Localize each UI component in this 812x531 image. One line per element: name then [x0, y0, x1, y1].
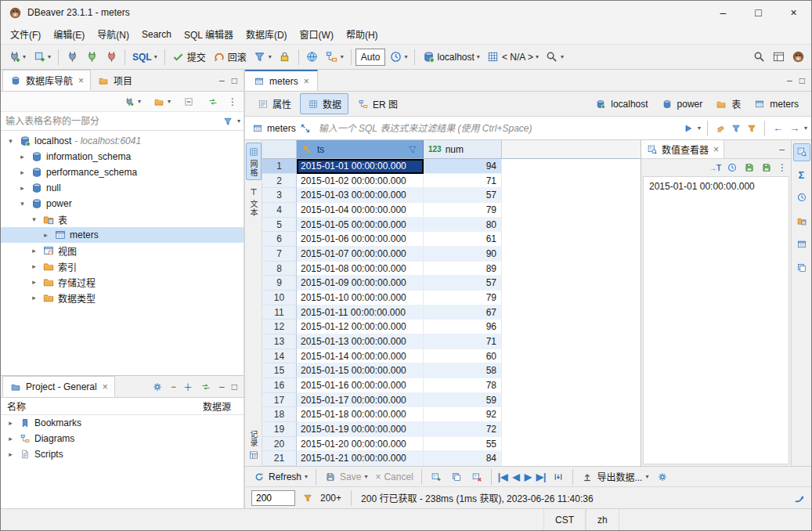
row-number-cell[interactable]: 6 [262, 232, 297, 247]
menu-item-0[interactable]: 文件(F) [4, 24, 47, 44]
tree-item-performance_schema[interactable]: ▸performance_schema [1, 164, 244, 180]
chevron-right-icon[interactable]: ▸ [5, 435, 16, 442]
rollback-button[interactable]: 回滚 [210, 48, 250, 66]
column-filter-icon[interactable] [406, 143, 419, 156]
cell-ts[interactable]: 2015-01-09 00:00:00.000 [297, 276, 424, 291]
nav-link-editor-button[interactable] [204, 93, 222, 110]
column-header-num[interactable]: 123 num [424, 140, 502, 158]
breadcrumb-meters[interactable]: meters [753, 98, 799, 110]
new-connection-button[interactable]: ▾ [5, 49, 29, 66]
subtab-数据[interactable]: 数据 [300, 93, 348, 114]
column-datasource[interactable]: 数据源 [203, 399, 237, 413]
fetch-page-button[interactable] [549, 469, 568, 485]
close-icon[interactable]: × [304, 76, 309, 87]
row-number-cell[interactable]: 19 [262, 422, 297, 437]
duplicate-row-button[interactable] [447, 469, 466, 485]
tree-item-localhost[interactable]: ▾localhost - localhost:6041 [1, 133, 244, 149]
cell-ts[interactable]: 2015-01-12 00:00:00.000 [297, 320, 424, 334]
column-header-ts[interactable]: ts [297, 140, 424, 158]
chevron-right-icon[interactable]: ▸ [5, 450, 16, 458]
global-search-button[interactable] [749, 49, 768, 66]
project-item-Bookmarks[interactable]: ▸Bookmarks [1, 415, 244, 431]
row-number-cell[interactable]: 1 [262, 159, 297, 174]
cell-ts[interactable]: 2015-01-16 00:00:00.000 [297, 378, 424, 393]
funnel-icon[interactable] [222, 115, 234, 128]
refresh-button[interactable]: Refresh▾ [250, 469, 311, 485]
network-button[interactable] [303, 49, 322, 66]
quick-search-button[interactable]: ▾ [543, 49, 567, 66]
save-value-icon[interactable] [743, 161, 756, 174]
maximize-panel-icon[interactable]: □ [232, 75, 237, 86]
menu-item-2[interactable]: 导航(N) [91, 24, 135, 44]
notification-icon[interactable] [792, 492, 805, 504]
chevron-right-icon[interactable]: ▸ [29, 294, 39, 302]
cell-ts[interactable]: 2015-01-13 00:00:00.000 [297, 334, 424, 349]
tab-value-viewer[interactable]: 数值查看器 × [641, 140, 724, 158]
link-icon[interactable] [200, 381, 212, 393]
tab-projects[interactable]: 项目 [91, 70, 139, 91]
cell-num[interactable]: 67 [424, 305, 502, 320]
panel-toggle-value-viewer[interactable] [793, 143, 810, 161]
breadcrumb-表[interactable]: 表 [715, 97, 741, 110]
cell-ts[interactable]: 2015-01-19 00:00:00.000 [297, 422, 424, 437]
nav-collapse-all-button[interactable] [179, 93, 198, 110]
cell-num[interactable]: 78 [424, 378, 502, 393]
last-row-button[interactable]: ▶| [535, 471, 548, 482]
record-mode-toggle[interactable]: 记录 [247, 428, 261, 464]
expand-all-icon[interactable]: ＋ [183, 380, 193, 393]
cell-num[interactable]: 80 [424, 218, 502, 233]
funnel-icon[interactable] [730, 122, 742, 135]
menu-item-1[interactable]: 编辑(E) [47, 24, 91, 44]
value-viewer-content[interactable]: 2015-01-01 00:00:00.000 [643, 176, 789, 464]
chevron-right-icon[interactable]: ▸ [41, 231, 51, 239]
history-button[interactable]: ▾ [386, 49, 410, 66]
row-number-header[interactable] [262, 140, 297, 158]
cell-ts[interactable]: 2015-01-08 00:00:00.000 [297, 262, 424, 276]
cell-ts[interactable]: 2015-01-11 00:00:00.000 [297, 305, 424, 320]
cell-num[interactable]: 59 [424, 393, 502, 408]
funnel-outline-icon[interactable] [745, 122, 758, 135]
database-selector[interactable]: < N/A >▾ [484, 49, 542, 66]
cell-ts[interactable]: 2015-01-14 00:00:00.000 [297, 349, 424, 364]
presentation-tab-text[interactable]: 文本 [247, 183, 261, 219]
timezone-indicator[interactable]: CST [543, 509, 586, 530]
expand-icon[interactable] [299, 122, 312, 135]
cell-ts[interactable]: 2015-01-15 00:00:00.000 [297, 363, 424, 378]
close-icon[interactable]: × [78, 75, 84, 86]
tree-item-power[interactable]: ▾power [1, 196, 244, 211]
row-number-cell[interactable]: 11 [262, 305, 297, 320]
close-button[interactable]: × [776, 1, 811, 24]
fetch-filter-icon[interactable] [301, 492, 314, 504]
previous-row-button[interactable]: ◀ [511, 471, 521, 482]
chevron-right-icon[interactable]: ▸ [17, 184, 27, 192]
add-row-button[interactable] [427, 469, 446, 485]
menu-item-5[interactable]: 数据库(D) [240, 24, 294, 44]
datetime-icon[interactable] [726, 161, 738, 174]
subtab-ER 图[interactable]: ER 图 [350, 93, 405, 114]
tab-project-general[interactable]: Project - General × [2, 376, 115, 397]
cell-ts[interactable]: 2015-01-05 00:00:00.000 [297, 218, 424, 233]
editor-tab-meters[interactable]: meters × [245, 70, 318, 91]
minimize-panel-icon[interactable]: – [779, 144, 785, 155]
cell-num[interactable]: 71 [424, 174, 502, 189]
tree-item-meters[interactable]: ▸meters [1, 227, 244, 243]
locale-indicator[interactable]: zh [586, 509, 619, 530]
cell-ts[interactable]: 2015-01-02 00:00:00.000 [297, 174, 424, 189]
cell-ts[interactable]: 2015-01-18 00:00:00.000 [297, 407, 424, 422]
row-number-cell[interactable]: 10 [262, 291, 297, 305]
nav-new-folder-button[interactable]: ▾ [150, 93, 174, 110]
breadcrumb-power[interactable]: power [661, 98, 703, 110]
breadcrumb-localhost[interactable]: localhost [594, 98, 648, 110]
panel-toggle-grouping[interactable] [793, 236, 810, 254]
cell-num[interactable]: 84 [424, 451, 502, 466]
chevron-down-icon[interactable]: ▾ [5, 137, 16, 145]
minimize-panel-icon[interactable]: – [787, 75, 792, 86]
cell-num[interactable]: 57 [424, 276, 502, 291]
cell-num[interactable]: 55 [424, 437, 502, 452]
save-as-icon[interactable] [760, 161, 773, 174]
menu-item-4[interactable]: SQL 编辑器 [178, 24, 240, 44]
auto-commit-combo[interactable]: Auto [355, 49, 386, 66]
save-button[interactable]: Save▾ [321, 469, 370, 485]
subtab-属性[interactable]: 属性 [250, 93, 298, 114]
row-number-cell[interactable]: 21 [262, 451, 297, 466]
